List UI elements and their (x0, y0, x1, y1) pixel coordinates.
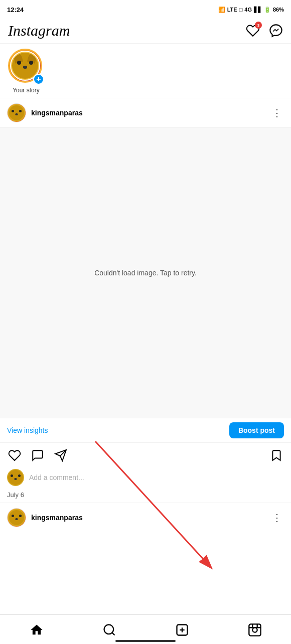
svg-point-4 (104, 625, 113, 634)
comment-icon (31, 449, 44, 462)
view-insights-button[interactable]: View insights (7, 426, 48, 434)
post1-actions-left (7, 448, 68, 463)
app-logo: Instagram (8, 22, 70, 39)
your-story-label: Your story (13, 87, 40, 94)
save-button[interactable] (269, 448, 284, 463)
comment-row[interactable]: Add a comment... (0, 466, 291, 489)
image-load-error: Couldn't load image. Tap to retry. (94, 269, 197, 277)
lte-icon: LTE (227, 7, 237, 13)
comment-button[interactable] (30, 448, 45, 463)
bluetooth-icon: 📶 (218, 7, 225, 13)
small-doge-comment (8, 470, 23, 485)
notifications-button[interactable]: 3 (246, 24, 260, 38)
comment-avatar (7, 469, 24, 486)
network-icon: 4G (244, 7, 252, 13)
doge-nose (23, 66, 27, 69)
post1-avatar[interactable] (7, 103, 26, 122)
post1-actions-row (0, 443, 291, 466)
search-nav-button[interactable] (97, 620, 121, 640)
wifi-icon: □ (239, 7, 243, 13)
post2-avatar-inner (8, 509, 25, 526)
post2-username[interactable]: kingsmanparas (31, 514, 83, 522)
doge-eye-left (17, 61, 21, 65)
your-story-avatar-wrapper: + (8, 49, 44, 85)
doge-eye-right (29, 61, 33, 65)
post2-header: kingsmanparas ⋮ (0, 503, 291, 532)
header-icons: 3 (246, 24, 283, 38)
search-icon (102, 623, 116, 637)
share-button[interactable] (53, 448, 68, 463)
reels-nav-button[interactable] (243, 620, 267, 640)
small-doge-2 (9, 510, 24, 525)
post1-username[interactable]: kingsmanparas (31, 109, 83, 117)
signal-icon: ▋▋ (254, 7, 262, 13)
svg-point-10 (252, 627, 257, 632)
post1-user-info: kingsmanparas (7, 103, 83, 122)
post1-insights-row: View insights Boost post (0, 418, 291, 443)
post2-avatar[interactable] (7, 508, 26, 527)
like-button[interactable] (7, 448, 22, 463)
post1-date: July 6 (0, 489, 291, 503)
doge-face (12, 53, 38, 79)
comment-placeholder: Add a comment... (29, 473, 84, 481)
status-time: 12:24 (7, 6, 24, 14)
add-icon (175, 623, 189, 637)
post1-header: kingsmanparas ⋮ (0, 98, 291, 127)
home-nav-button[interactable] (25, 620, 49, 640)
boost-post-button[interactable]: Boost post (229, 422, 284, 438)
status-bar: 12:24 📶 LTE □ 4G ▋▋ 🔋 86% (0, 0, 291, 18)
your-story-item[interactable]: + Your story (8, 49, 44, 94)
bottom-spacer (0, 532, 291, 572)
add-nav-button[interactable] (170, 620, 194, 640)
small-doge-1 (9, 105, 24, 120)
svg-line-5 (112, 632, 114, 635)
add-story-button[interactable]: + (33, 74, 44, 85)
status-icons: 📶 LTE □ 4G ▋▋ 🔋 86% (218, 7, 284, 13)
post1-image-area[interactable]: Couldn't load image. Tap to retry. (0, 127, 291, 418)
messenger-icon (269, 24, 283, 38)
stories-section: + Your story (0, 44, 291, 98)
home-icon (30, 623, 44, 637)
post2-user-info: kingsmanparas (7, 508, 83, 527)
home-indicator (115, 640, 176, 642)
battery-percent: 86% (273, 7, 284, 13)
notification-badge: 3 (255, 22, 262, 29)
post2-options-button[interactable]: ⋮ (270, 510, 284, 526)
svg-rect-9 (249, 624, 260, 635)
battery-icon: 🔋 (264, 7, 271, 13)
save-icon (270, 449, 283, 462)
post1-options-button[interactable]: ⋮ (270, 105, 284, 121)
post1-avatar-inner (8, 104, 25, 121)
app-header: Instagram 3 (0, 18, 291, 44)
messenger-button[interactable] (269, 24, 283, 38)
share-icon (54, 449, 67, 462)
reels-icon (248, 623, 262, 637)
like-icon (8, 449, 21, 462)
